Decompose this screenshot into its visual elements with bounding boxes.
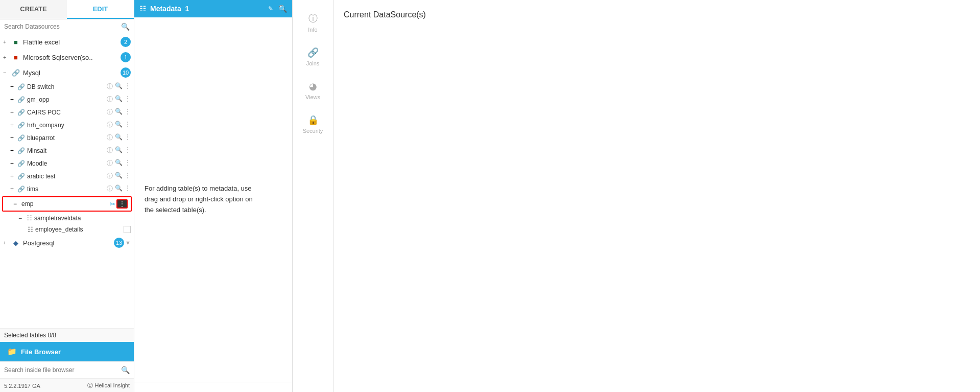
- expand-tims[interactable]: +: [10, 186, 17, 193]
- gmopp-actions: ⓘ 🔍 ⋮: [107, 95, 131, 104]
- tab-create[interactable]: CREATE: [0, 0, 67, 19]
- mysql-child-emp[interactable]: − emp ✂ ⋮: [2, 196, 132, 212]
- more-icon-dbswitch[interactable]: ⋮: [125, 82, 131, 91]
- expand-dbswitch[interactable]: +: [10, 83, 17, 90]
- metadata-header: ☷ Metadata_1 ✎ 🔍: [134, 0, 292, 17]
- right-sidebar: ⓘ Info 🔗 Joins ◕ Views 🔒 Security: [293, 0, 333, 392]
- expand-flatfile[interactable]: +: [3, 39, 10, 45]
- search-icon-blueparrot[interactable]: 🔍: [115, 133, 123, 142]
- mysql-child-gmopp[interactable]: + 🔗 gm_opp ⓘ 🔍 ⋮: [0, 93, 134, 106]
- cairspoc-name: CAIRS POC: [27, 109, 107, 116]
- tims-icon: 🔗: [17, 186, 25, 193]
- gmopp-name: gm_opp: [27, 96, 107, 103]
- mysql-child-dbswitch[interactable]: + 🔗 DB switch ⓘ 🔍 ⋮: [0, 80, 134, 93]
- info-icon-blueparrot[interactable]: ⓘ: [107, 133, 113, 142]
- mysql-child-employee-details[interactable]: ☷ employee_details: [0, 224, 134, 235]
- scroll-down-icon: ▼: [125, 240, 131, 246]
- expand-emp[interactable]: −: [13, 200, 20, 207]
- search-icon-arabictest[interactable]: 🔍: [115, 172, 123, 180]
- dbswitch-actions: ⓘ 🔍 ⋮: [107, 82, 131, 91]
- employee-details-checkbox[interactable]: [124, 226, 131, 233]
- search-icon-cairspoc[interactable]: 🔍: [115, 108, 123, 117]
- mysql-icon: 🔗: [11, 68, 20, 77]
- expand-sqlserver[interactable]: +: [3, 54, 10, 60]
- mysql-child-blueparrot[interactable]: + 🔗 blueparrot ⓘ 🔍 ⋮: [0, 131, 134, 144]
- more-menu-emp[interactable]: ⋮: [116, 199, 128, 209]
- mysql-name: Mysql: [23, 69, 118, 77]
- info-icon-tims[interactable]: ⓘ: [107, 185, 113, 193]
- mysql-child-tims[interactable]: + 🔗 tims ⓘ 🔍 ⋮: [0, 182, 134, 195]
- file-browser-search-icon[interactable]: 🔍: [121, 366, 130, 374]
- expand-moodle[interactable]: +: [10, 160, 17, 167]
- tab-edit[interactable]: EDIT: [67, 0, 134, 19]
- info-icon-gmopp[interactable]: ⓘ: [107, 95, 113, 104]
- folder-icon: 📁: [7, 347, 17, 356]
- info-nav-icon: ⓘ: [308, 12, 318, 25]
- expand-arabictest[interactable]: +: [10, 173, 17, 180]
- more-icon-tims[interactable]: ⋮: [125, 185, 131, 193]
- mysql-child-cairspoc[interactable]: + 🔗 CAIRS POC ⓘ 🔍 ⋮: [0, 106, 134, 119]
- expand-cairspoc[interactable]: +: [10, 109, 17, 116]
- search-icon-gmopp[interactable]: 🔍: [115, 95, 123, 104]
- datasource-item-flatfile[interactable]: + ■ Flatfile excel 2: [0, 34, 134, 50]
- moodle-actions: ⓘ 🔍 ⋮: [107, 159, 131, 168]
- file-browser-button[interactable]: 📁 File Browser: [0, 342, 134, 361]
- datasource-item-sqlserver[interactable]: + ■ Microsoft Sqlserver(so.. 1: [0, 50, 134, 65]
- joins-nav-icon: 🔗: [307, 47, 319, 58]
- info-icon-dbswitch[interactable]: ⓘ: [107, 82, 113, 91]
- metadata-search-icon[interactable]: 🔍: [278, 5, 287, 13]
- search-icon-hrhcompany[interactable]: 🔍: [115, 121, 123, 129]
- info-icon-cairspoc[interactable]: ⓘ: [107, 108, 113, 117]
- datasource-list: + ■ Flatfile excel 2 + ■ Microsoft Sqlse…: [0, 34, 134, 328]
- expand-blueparrot[interactable]: +: [10, 134, 17, 142]
- emp-name: emp: [21, 200, 110, 207]
- info-icon-arabictest[interactable]: ⓘ: [107, 172, 113, 180]
- tims-actions: ⓘ 🔍 ⋮: [107, 185, 131, 193]
- expand-gmopp[interactable]: +: [10, 96, 17, 103]
- info-icon-moodle[interactable]: ⓘ: [107, 159, 113, 168]
- dbswitch-name: DB switch: [27, 83, 107, 90]
- expand-postgresql[interactable]: +: [3, 240, 10, 246]
- mysql-child-sampletraveldata[interactable]: − ☷ sampletraveldata: [0, 213, 134, 224]
- more-icon-arabictest[interactable]: ⋮: [125, 172, 131, 180]
- expand-hrhcompany[interactable]: +: [10, 122, 17, 129]
- search-icon-dbswitch[interactable]: 🔍: [115, 82, 123, 91]
- sidebar-item-views[interactable]: ◕ Views: [293, 74, 333, 107]
- more-icon-moodle[interactable]: ⋮: [125, 159, 131, 168]
- sidebar-item-info[interactable]: ⓘ Info: [293, 5, 333, 40]
- expand-minsait[interactable]: +: [10, 147, 17, 154]
- search-icon-moodle[interactable]: 🔍: [115, 159, 123, 168]
- datasource-item-postgresql[interactable]: + ◆ Postgresql 13 ▼: [0, 235, 134, 250]
- datasource-search-icon[interactable]: 🔍: [121, 22, 130, 31]
- arabictest-actions: ⓘ 🔍 ⋮: [107, 172, 131, 180]
- info-icon-minsait[interactable]: ⓘ: [107, 146, 113, 155]
- datasource-search-input[interactable]: [4, 23, 121, 30]
- more-icon-cairspoc[interactable]: ⋮: [125, 108, 131, 117]
- metadata-title: Metadata_1: [150, 5, 268, 13]
- middle-panel: ☷ Metadata_1 ✎ 🔍 For adding table(s) to …: [134, 0, 293, 392]
- more-icon-minsait[interactable]: ⋮: [125, 146, 131, 155]
- expand-sampletraveldata[interactable]: −: [18, 215, 26, 222]
- file-browser-search-input[interactable]: [4, 366, 121, 374]
- datasource-item-mysql[interactable]: − 🔗 Mysql 10: [0, 65, 134, 80]
- emp-action-buttons: ✂ ⋮: [110, 199, 128, 209]
- more-icon-blueparrot[interactable]: ⋮: [125, 133, 131, 142]
- more-icon-hrhcompany[interactable]: ⋮: [125, 121, 131, 129]
- sidebar-item-joins[interactable]: 🔗 Joins: [293, 40, 333, 74]
- left-panel: CREATE EDIT 🔍 + ■ Flatfile excel 2 + ■ M…: [0, 0, 134, 392]
- mysql-child-moodle[interactable]: + 🔗 Moodle ⓘ 🔍 ⋮: [0, 157, 134, 170]
- mysql-child-arabictest[interactable]: + 🔗 arabic test ⓘ 🔍 ⋮: [0, 170, 134, 182]
- search-icon-minsait[interactable]: 🔍: [115, 146, 123, 155]
- more-icon-gmopp[interactable]: ⋮: [125, 95, 131, 104]
- hrhcompany-actions: ⓘ 🔍 ⋮: [107, 121, 131, 129]
- datasource-search-bar: 🔍: [0, 19, 134, 34]
- info-icon-hrhcompany[interactable]: ⓘ: [107, 121, 113, 129]
- edit-icon[interactable]: ✎: [268, 5, 273, 12]
- search-icon-tims[interactable]: 🔍: [115, 185, 123, 193]
- sidebar-item-security[interactable]: 🔒 Security: [293, 107, 333, 141]
- drag-hint-text: For adding table(s) to metadata, use dra…: [145, 183, 257, 215]
- expand-mysql[interactable]: −: [3, 70, 10, 76]
- mysql-child-minsait[interactable]: + 🔗 Minsait ⓘ 🔍 ⋮: [0, 144, 134, 157]
- mysql-child-hrhcompany[interactable]: + 🔗 hrh_company ⓘ 🔍 ⋮: [0, 119, 134, 131]
- scissors-icon-emp[interactable]: ✂: [110, 200, 115, 208]
